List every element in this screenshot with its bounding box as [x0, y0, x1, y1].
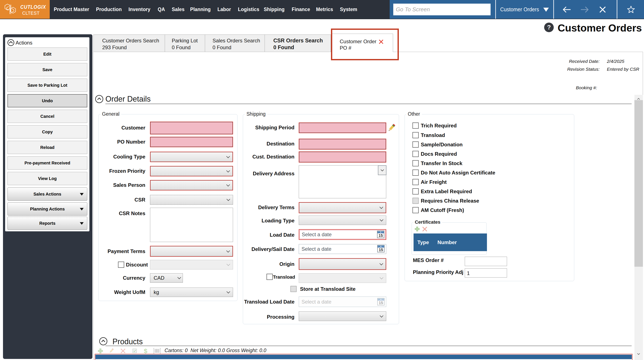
svg-text:15: 15 [378, 233, 383, 238]
svg-text:15: 15 [379, 248, 383, 252]
svg-text:15: 15 [379, 301, 383, 305]
